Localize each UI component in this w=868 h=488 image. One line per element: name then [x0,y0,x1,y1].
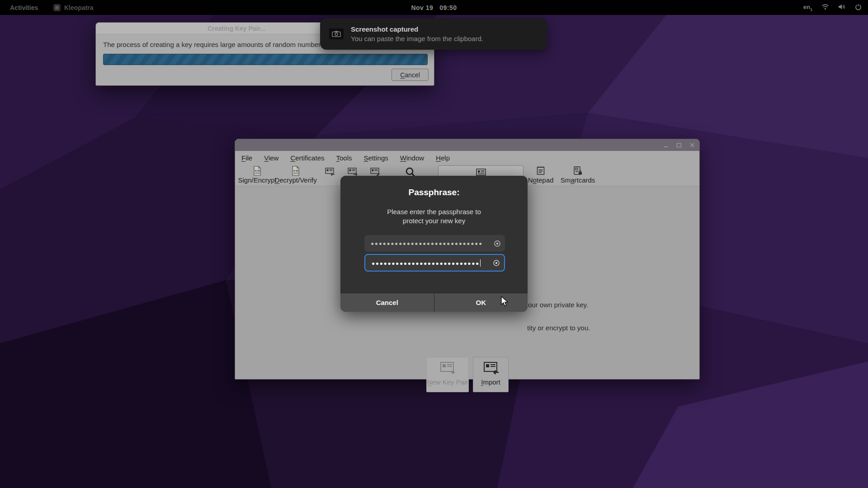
menu-help[interactable]: Help [436,154,450,162]
sign-encrypt-button[interactable]: Sign/Encrypt [239,165,276,185]
import-label: Import [481,378,500,386]
notepad-icon [536,165,545,176]
wifi-icon[interactable] [821,4,829,11]
reveal-repeat-passphrase-icon[interactable] [489,259,504,267]
sign-encrypt-label: Sign/Encrypt [238,176,276,184]
passphrase-ok-button[interactable]: OK [434,293,528,312]
text-caret [480,259,481,267]
notepad-button[interactable]: Notepad [527,165,555,185]
new-key-pair-icon [439,361,456,375]
desktop: File View Certificates Tools Settings Wi… [0,0,868,488]
import-button[interactable]: Import [473,357,509,392]
passphrase-masked-value: ●●●●●●●●●●●●●●●●●●●●●●●●●●●● [364,240,490,247]
menu-tools[interactable]: Tools [336,154,352,162]
import-icon [482,361,500,375]
gnome-top-bar: Activities Kleopatra Nov 1909:50 en1 [0,0,868,15]
reveal-passphrase-icon[interactable] [490,240,505,247]
smartcards-button[interactable]: Smartcards [560,165,596,185]
passphrase-cancel-button[interactable]: Cancel [340,293,434,312]
sign-encrypt-document-icon [253,165,261,176]
decrypt-verify-document-icon [292,165,300,176]
progress-cancel-button[interactable]: Cancel [392,69,429,81]
smartcards-label: Smartcards [561,176,595,184]
passphrase-input[interactable]: ●●●●●●●●●●●●●●●●●●●●●●●●●●●● [364,235,505,252]
menu-file[interactable]: File [241,154,252,162]
menu-certificates[interactable]: Certificates [290,154,324,162]
mouse-cursor [500,296,510,310]
key-generation-progress-bar [103,54,428,65]
repeat-passphrase-input[interactable]: ●●●●●●●●●●●●●●●●●●●●●●●●●●● [364,254,505,272]
welcome-text-fragment-1: our own private key. [528,301,588,309]
menu-window[interactable]: Window [400,154,424,162]
clock-button[interactable]: Nov 1909:50 [0,4,868,11]
passphrase-prompt: Please enter the passphrase to protect y… [340,207,528,225]
menubar: File View Certificates Tools Settings Wi… [235,151,699,164]
repeat-passphrase-masked-value: ●●●●●●●●●●●●●●●●●●●●●●●●●●● [365,259,489,267]
decrypt-verify-label: Decrypt/Verify [274,176,316,184]
menu-view[interactable]: View [264,154,278,162]
decrypt-verify-button[interactable]: Decrypt/Verify [276,165,316,185]
notepad-label: Notepad [528,176,554,184]
menu-settings[interactable]: Settings [364,154,388,162]
clock-time: 09:50 [436,4,460,11]
import-certificate-button[interactable] [325,167,335,178]
kleopatra-titlebar[interactable] [235,139,699,151]
progress-message: The process of creating a key requires l… [103,41,326,48]
clock-date: Nov 19 [408,4,436,11]
minimize-icon[interactable] [663,142,669,148]
notification-title: Screenshot captured [351,25,483,33]
passphrase-dialog-title: Passphrase: [340,188,528,197]
volume-icon[interactable] [838,4,846,11]
passphrase-dialog: Passphrase: Please enter the passphrase … [340,176,528,312]
smartcard-icon [573,165,583,176]
screenshot-notification[interactable]: Screenshot captured You can paste the im… [320,18,547,50]
power-icon[interactable] [855,4,862,12]
welcome-text-fragment-2: tity or encrypt to you. [527,324,590,332]
maximize-icon[interactable] [676,142,682,148]
notification-body: You can paste the image from the clipboa… [351,35,483,42]
new-key-pair-label: New Key Pair [427,378,468,386]
keyboard-layout-indicator[interactable]: en1 [803,4,812,12]
new-key-pair-button[interactable]: New Key Pair [426,357,469,392]
camera-icon [329,28,344,39]
close-icon[interactable] [689,142,695,148]
